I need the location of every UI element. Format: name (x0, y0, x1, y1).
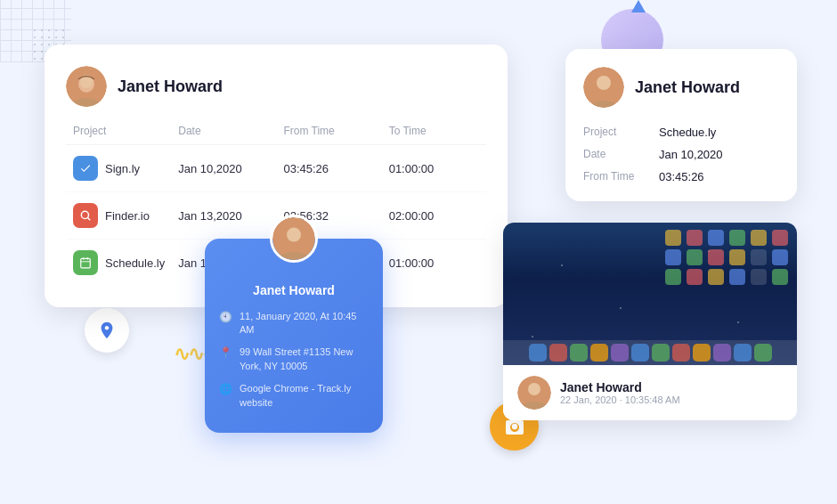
col-to-time: To Time (389, 125, 479, 137)
table-card-header: Janet Howard (66, 66, 486, 107)
desktop-icon (665, 230, 681, 246)
project-cell-1: Finder.io (73, 203, 178, 228)
col-project: Project (73, 125, 178, 137)
info-row-1: 📍 99 Wall Street #1135 New York, NY 1000… (219, 345, 369, 373)
desktop-icon (751, 249, 767, 265)
avatar (517, 376, 551, 410)
desktop-icon (751, 230, 767, 246)
desktop-icon (729, 269, 745, 285)
detail-label-1: Date (583, 148, 659, 160)
avatar (66, 66, 107, 107)
svg-point-3 (81, 211, 88, 218)
clock-icon: 🕙 (219, 311, 232, 323)
dock-icon (754, 344, 772, 362)
desktop-icon (665, 249, 681, 265)
app-icon-signly (73, 156, 98, 181)
dock-icon (693, 344, 711, 362)
desktop-icon (772, 230, 788, 246)
date-0: Jan 10,2020 (178, 162, 283, 175)
info-text-1: 99 Wall Street #1135 New York, NY 10005 (240, 345, 369, 373)
desktop-card-name: Janet Howard (560, 380, 680, 394)
project-name-2: Schedule.ly (105, 256, 165, 270)
table-row: Sign.ly Jan 10,2020 03:45:26 01:00:00 (66, 145, 486, 192)
dock-icon (529, 344, 547, 362)
detail-card-header: Janet Howard (583, 67, 779, 108)
from-time-0: 03:45:26 (283, 162, 388, 175)
info-text-2: Google Chrome - Track.ly website (240, 382, 369, 410)
project-cell-2: Schedule.ly (73, 250, 178, 275)
detail-value-1: Jan 10,2020 (659, 148, 779, 161)
avatar (583, 67, 624, 108)
app-icon-schedulely (73, 250, 98, 275)
globe-icon: 🌐 (219, 383, 232, 395)
col-from-time: From Time (283, 125, 388, 137)
desktop-card: Janet Howard 22 Jan, 2020 · 10:35:48 AM (503, 223, 797, 420)
dock-icon (549, 344, 567, 362)
info-text-0: 11, January 2020, At 10:45 AM (240, 310, 369, 337)
info-row-0: 🕙 11, January 2020, At 10:45 AM (219, 310, 369, 337)
location-icon (85, 308, 129, 353)
table-header: Project Date From Time To Time (66, 125, 486, 145)
desktop-icon (729, 230, 745, 246)
detail-card-user-name: Janet Howard (635, 78, 740, 97)
svg-line-4 (87, 217, 90, 220)
svg-point-12 (287, 227, 301, 241)
desktop-card-footer: Janet Howard 22 Jan, 2020 · 10:35:48 AM (503, 365, 797, 420)
desktop-dock (503, 340, 797, 365)
detail-row-0: Project Schedue.ly (583, 126, 779, 139)
desktop-icon (729, 249, 745, 265)
desktop-icon (687, 249, 703, 265)
table-card-user-name: Janet Howard (118, 77, 223, 96)
desktop-card-text: Janet Howard 22 Jan, 2020 · 10:35:48 AM (560, 380, 680, 405)
info-row-2: 🌐 Google Chrome - Track.ly website (219, 382, 369, 410)
date-1: Jan 13,2020 (178, 209, 283, 223)
map-pin-icon: 📍 (219, 346, 232, 359)
avatar (270, 215, 318, 263)
dock-icon (570, 344, 588, 362)
bg-arrow-decoration (631, 0, 646, 12)
blue-info-card: Janet Howard 🕙 11, January 2020, At 10:4… (205, 239, 383, 433)
detail-label-0: Project (583, 126, 659, 138)
dock-icon (652, 344, 670, 362)
dock-icon (631, 344, 649, 362)
desktop-icon (687, 230, 703, 246)
dock-icon (611, 344, 629, 362)
col-date: Date (178, 125, 283, 137)
detail-row-1: Date Jan 10,2020 (583, 148, 779, 161)
detail-row-2: From Time 03:45:26 (583, 170, 779, 183)
to-time-0: 01:00:00 (389, 162, 479, 175)
desktop-icon (751, 269, 767, 285)
desktop-card-timestamp: 22 Jan, 2020 · 10:35:48 AM (560, 394, 680, 405)
desktop-icon (708, 249, 724, 265)
detail-value-2: 03:45:26 (659, 170, 779, 183)
desktop-icon (772, 249, 788, 265)
desktop-icon (708, 230, 724, 246)
desktop-icon (708, 269, 724, 285)
desktop-icon (687, 269, 703, 285)
dock-icon (734, 344, 752, 362)
svg-rect-5 (81, 258, 91, 268)
project-name-0: Sign.ly (105, 162, 140, 175)
project-name-1: Finder.io (105, 209, 150, 223)
detail-card: Janet Howard Project Schedue.ly Date Jan… (565, 49, 797, 201)
dock-icon (590, 344, 608, 362)
svg-point-10 (597, 76, 611, 90)
detail-label-2: From Time (583, 170, 659, 183)
desktop-screenshot (503, 223, 797, 365)
desktop-icons-grid (665, 230, 790, 285)
detail-value-0: Schedue.ly (659, 126, 779, 139)
desktop-icon (665, 269, 681, 285)
svg-point-14 (528, 383, 540, 395)
to-time-2: 01:00:00 (389, 256, 479, 270)
project-cell-0: Sign.ly (73, 156, 178, 181)
blue-card-user-name: Janet Howard (219, 283, 369, 297)
desktop-icon (772, 269, 788, 285)
dock-icon (672, 344, 690, 362)
dock-icon (713, 344, 731, 362)
app-icon-finderio (73, 203, 98, 228)
to-time-1: 02:00:00 (389, 209, 479, 223)
